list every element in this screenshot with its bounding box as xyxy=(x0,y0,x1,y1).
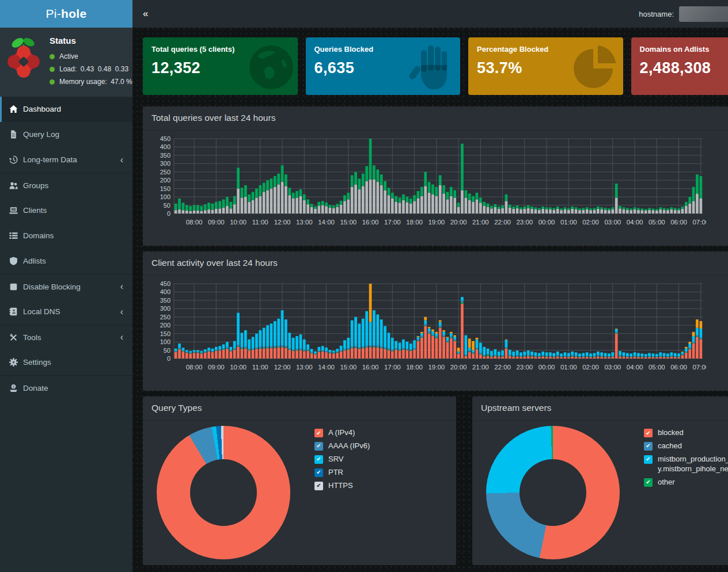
tools-icon xyxy=(9,333,23,342)
laptop-icon xyxy=(9,206,23,215)
svg-text:0: 0 xyxy=(167,355,170,362)
app-root: Pi-hole Status Active Load: 0.43 0.48 0.… xyxy=(0,0,720,572)
svg-text:21:00: 21:00 xyxy=(472,364,489,371)
svg-text:22:00: 22:00 xyxy=(494,364,511,371)
svg-text:08:00: 08:00 xyxy=(186,364,203,371)
top-navbar: « hostname: xyxy=(132,0,728,28)
chevron-left-icon: ‹ xyxy=(120,333,123,342)
query-types-donut[interactable] xyxy=(157,426,290,559)
svg-text:08:00: 08:00 xyxy=(186,219,203,226)
summary-card-domains-on-adlists[interactable]: Domains on Adlists2,488,308 xyxy=(631,37,728,95)
svg-text:06:00: 06:00 xyxy=(670,219,687,226)
svg-text:13:00: 13:00 xyxy=(296,219,313,226)
stop-icon xyxy=(9,283,23,291)
total-queries-chart[interactable]: 05010015020025030035040045008:0009:0010:… xyxy=(151,135,706,242)
summary-card-total-queries-5-clients[interactable]: Total queries (5 clients)12,352 xyxy=(143,37,298,95)
checkbox-checked-icon: ✔ xyxy=(644,455,653,464)
sidebar-item-dashboard[interactable]: Dashboard xyxy=(0,97,132,122)
svg-text:22:00: 22:00 xyxy=(494,219,511,226)
legend-item-aaaa-ipv6[interactable]: ✔AAAA (IPv6) xyxy=(314,441,448,451)
legend-item-srv[interactable]: ✔SRV xyxy=(314,455,448,464)
sidebar-item-clients[interactable]: Clients xyxy=(0,198,132,223)
checkbox-checked-icon: ✔ xyxy=(644,429,653,437)
sidebar-item-local-dns[interactable]: Local DNS‹ xyxy=(0,299,132,325)
svg-text:350: 350 xyxy=(160,152,170,159)
sidebar-collapse-toggle[interactable]: « xyxy=(132,8,158,20)
svg-text:450: 450 xyxy=(160,280,170,287)
svg-text:15:00: 15:00 xyxy=(340,219,357,226)
svg-text:17:00: 17:00 xyxy=(384,364,401,371)
svg-text:200: 200 xyxy=(160,322,170,329)
legend-item-mistborn-production-dnscrypt-proxy-mistb[interactable]: ✔mistborn_production_dnscrypt_proxy.mist… xyxy=(644,455,728,474)
svg-text:10:00: 10:00 xyxy=(230,364,247,371)
svg-text:16:00: 16:00 xyxy=(362,219,379,226)
donut-hole xyxy=(190,459,257,526)
total-queries-panel: Total queries over last 24 hours 0501001… xyxy=(143,106,728,246)
svg-text:07:00: 07:00 xyxy=(692,364,706,371)
legend-item-cached[interactable]: ✔cached xyxy=(644,441,728,451)
summary-card-queries-blocked[interactable]: Queries Blocked6,635 xyxy=(306,37,461,95)
legend-item-ptr[interactable]: ✔PTR xyxy=(314,468,448,478)
svg-text:50: 50 xyxy=(164,347,170,354)
legend-item-blocked[interactable]: ✔blocked xyxy=(644,428,728,438)
client-activity-title: Client activity over last 24 hours xyxy=(143,251,728,276)
app-logo[interactable]: Pi-hole xyxy=(0,0,132,28)
svg-text:12:00: 12:00 xyxy=(274,219,291,226)
svg-text:450: 450 xyxy=(160,135,170,142)
svg-text:11:00: 11:00 xyxy=(252,219,268,226)
client-activity-chart[interactable]: 05010015020025030035040045008:0009:0010:… xyxy=(151,280,706,387)
client-activity-panel: Client activity over last 24 hours 05010… xyxy=(143,251,728,391)
svg-text:23:00: 23:00 xyxy=(516,364,533,371)
legend-item-other[interactable]: ✔other xyxy=(644,478,728,487)
svg-text:14:00: 14:00 xyxy=(318,219,335,226)
svg-text:0: 0 xyxy=(167,210,170,217)
donate-icon: $ xyxy=(9,384,23,392)
svg-text:150: 150 xyxy=(160,185,170,192)
svg-text:11:00: 11:00 xyxy=(252,364,268,371)
status-row-memory: Memory usage: 47.0 % xyxy=(50,75,132,88)
svg-text:01:00: 01:00 xyxy=(560,219,577,226)
svg-text:09:00: 09:00 xyxy=(208,364,225,371)
svg-text:12:00: 12:00 xyxy=(274,364,291,371)
svg-text:00:00: 00:00 xyxy=(539,364,555,371)
upstream-servers-donut[interactable] xyxy=(486,426,620,559)
svg-text:02:00: 02:00 xyxy=(582,364,599,371)
svg-text:05:00: 05:00 xyxy=(649,364,665,371)
summary-card-percentage-blocked[interactable]: Percentage Blocked53.7% xyxy=(468,37,623,95)
svg-text:300: 300 xyxy=(160,305,170,312)
svg-text:04:00: 04:00 xyxy=(627,364,643,371)
sidebar-item-adlists[interactable]: Adlists xyxy=(0,249,132,274)
status-title: Status xyxy=(50,36,132,45)
query-types-title: Query Types xyxy=(143,396,456,421)
svg-text:20:00: 20:00 xyxy=(450,219,467,226)
legend-item-a-ipv4[interactable]: ✔A (IPv4) xyxy=(314,428,448,438)
legend-item-https[interactable]: ✔HTTPS xyxy=(314,481,448,491)
sidebar-item-query-log[interactable]: Query Log xyxy=(0,122,132,147)
svg-text:15:00: 15:00 xyxy=(340,364,357,371)
checkbox-checked-icon: ✔ xyxy=(314,429,323,437)
chevron-left-icon: ‹ xyxy=(120,155,123,165)
svg-text:02:00: 02:00 xyxy=(582,219,599,226)
sidebar-item-disable-blocking[interactable]: Disable Blocking‹ xyxy=(0,274,132,299)
svg-text:100: 100 xyxy=(160,338,170,345)
total-queries-chart-body: 05010015020025030035040045008:0009:0010:… xyxy=(143,131,728,246)
bottom-row: Query Types ✔A (IPv4)✔AAAA (IPv6)✔SRV✔PT… xyxy=(143,396,728,565)
sidebar-item-domains[interactable]: Domains xyxy=(0,223,132,249)
checkbox-checked-icon: ✔ xyxy=(644,478,653,487)
svg-text:03:00: 03:00 xyxy=(604,219,621,226)
status-panel: Status Active Load: 0.43 0.48 0.33 Memor… xyxy=(0,28,132,97)
sidebar-item-donate[interactable]: $Donate xyxy=(0,375,132,401)
query-types-panel: Query Types ✔A (IPv4)✔AAAA (IPv6)✔SRV✔PT… xyxy=(143,396,456,565)
hostname-label: hostname: xyxy=(639,10,674,18)
svg-text:07:00: 07:00 xyxy=(692,219,706,226)
sidebar-item-long-term-data[interactable]: Long-term Data‹ xyxy=(0,147,132,173)
brand-text-bold: hole xyxy=(61,7,86,21)
sidebar-item-groups[interactable]: Groups xyxy=(0,173,132,198)
svg-text:400: 400 xyxy=(160,143,170,150)
svg-text:100: 100 xyxy=(160,193,170,200)
status-dot-icon xyxy=(50,54,55,59)
query-types-legend: ✔A (IPv4)✔AAAA (IPv6)✔SRV✔PTR✔HTTPS xyxy=(314,428,448,559)
sidebar-item-settings[interactable]: Settings xyxy=(0,350,132,375)
upstream-servers-legend: ✔blocked✔cached✔mistborn_production_dnsc… xyxy=(644,428,728,559)
sidebar-item-tools[interactable]: Tools‹ xyxy=(0,325,132,350)
